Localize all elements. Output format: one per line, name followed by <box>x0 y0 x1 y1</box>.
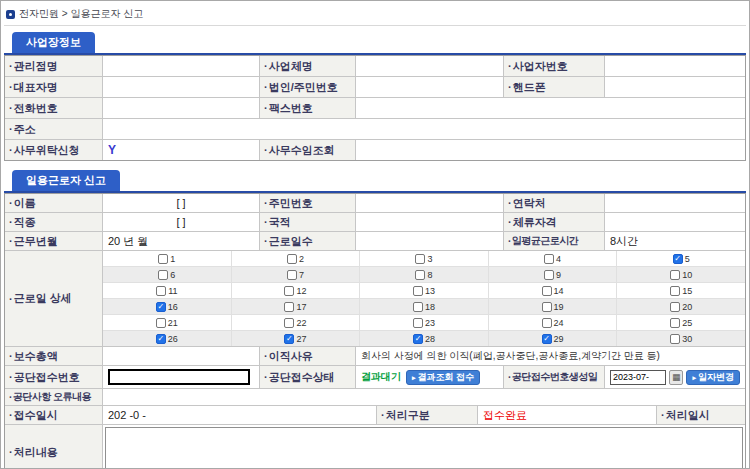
checkbox-unchecked-icon[interactable] <box>413 318 423 328</box>
checkbox-unchecked-icon[interactable] <box>415 270 425 280</box>
checkbox-checked-icon[interactable]: ✓ <box>673 254 683 264</box>
checkbox-unchecked-icon[interactable] <box>158 254 168 264</box>
label-pay-total: 보수총액 <box>5 347 102 365</box>
checkbox-unchecked-icon[interactable] <box>544 254 554 264</box>
value-receipt-number-date: ▦ ▸ 일자변경 <box>605 366 745 388</box>
checkbox-checked-icon[interactable]: ✓ <box>156 334 166 344</box>
checkbox-unchecked-icon[interactable] <box>670 318 680 328</box>
receipt-submit-button[interactable]: ▸ 결과조회 접수 <box>406 370 480 385</box>
value-mobile <box>605 77 745 97</box>
tab-company-info[interactable]: 사업장정보 <box>12 32 95 53</box>
checkbox-unchecked-icon[interactable] <box>670 302 680 312</box>
workday-checkbox-19[interactable]: 19 <box>489 299 617 314</box>
checkbox-unchecked-icon[interactable] <box>542 302 552 312</box>
workday-checkbox-2[interactable]: 2 <box>232 251 360 266</box>
workday-checkbox-15[interactable]: 15 <box>617 283 745 298</box>
value-contact <box>605 194 745 212</box>
checkbox-unchecked-icon[interactable] <box>413 286 423 296</box>
workday-checkbox-13[interactable]: 13 <box>360 283 488 298</box>
date-change-button[interactable]: ▸ 일자변경 <box>686 370 740 385</box>
leave-reason-text: 회사의 사정에 의한 이직(폐업,공사중단,공사종료,계약기간 만료 등) <box>361 349 660 363</box>
workday-checkbox-26[interactable]: ✓26 <box>103 331 231 346</box>
workday-checkbox-9[interactable]: 9 <box>489 267 617 282</box>
workday-checkbox-24[interactable]: 24 <box>489 315 617 330</box>
workday-checkbox-3[interactable]: 3 <box>360 251 488 266</box>
submit-button-label: 결과조회 접수 <box>418 371 475 384</box>
workday-number: 19 <box>554 302 564 312</box>
workday-checkbox-30[interactable]: 30 <box>617 331 745 346</box>
process-content-box[interactable] <box>105 427 743 469</box>
label-receipt-number-date: 공단접수번호생성일 <box>504 366 604 388</box>
workday-checkbox-1[interactable]: 1 <box>103 251 231 266</box>
checkbox-unchecked-icon[interactable] <box>415 254 425 264</box>
checkbox-unchecked-icon[interactable] <box>284 286 294 296</box>
checkbox-unchecked-icon[interactable] <box>544 270 554 280</box>
checkbox-checked-icon[interactable]: ✓ <box>413 334 423 344</box>
workday-checkbox-16[interactable]: ✓16 <box>103 299 231 314</box>
workday-checkbox-21[interactable]: 21 <box>103 315 231 330</box>
checkbox-unchecked-icon[interactable] <box>284 318 294 328</box>
workday-checkbox-7[interactable]: 7 <box>232 267 360 282</box>
calendar-button[interactable]: ▦ <box>669 370 683 385</box>
tab-daily-worker-report[interactable]: 일용근로자 신고 <box>12 170 120 191</box>
workday-checkbox-12[interactable]: 12 <box>232 283 360 298</box>
checkbox-checked-icon[interactable]: ✓ <box>156 302 166 312</box>
checkbox-unchecked-icon[interactable] <box>542 286 552 296</box>
value-telephone <box>103 98 259 118</box>
receipt-number-input[interactable] <box>108 369 250 385</box>
label-mobile: 핸드폰 <box>504 77 604 97</box>
breadcrumb-icon <box>6 10 15 19</box>
workday-checkbox-27[interactable]: ✓27 <box>232 331 360 346</box>
label-ceo-name: 대표자명 <box>5 77 102 97</box>
label-process-type: 처리구분 <box>377 406 477 424</box>
checkbox-unchecked-icon[interactable] <box>670 286 680 296</box>
label-receipt-number: 공단접수번호 <box>5 366 102 388</box>
checkbox-unchecked-icon[interactable] <box>284 302 294 312</box>
checkbox-unchecked-icon[interactable] <box>158 270 168 280</box>
checkbox-unchecked-icon[interactable] <box>670 334 680 344</box>
value-ceo-name <box>103 77 259 97</box>
workday-checkbox-22[interactable]: 22 <box>232 315 360 330</box>
label-leave-reason: 이직사유 <box>260 347 355 365</box>
workday-checkbox-29[interactable]: ✓29 <box>489 331 617 346</box>
workday-checkbox-17[interactable]: 17 <box>232 299 360 314</box>
workday-checkbox-18[interactable]: 18 <box>360 299 488 314</box>
checkbox-checked-icon[interactable]: ✓ <box>542 334 552 344</box>
value-worker-name: [ ] <box>103 194 259 212</box>
workday-number: 5 <box>685 254 690 264</box>
workday-checkbox-10[interactable]: 10 <box>617 267 745 282</box>
checkbox-unchecked-icon[interactable] <box>287 254 297 264</box>
value-address <box>103 119 745 139</box>
checkbox-unchecked-icon[interactable] <box>670 270 680 280</box>
receipt-status-text: 결과대기 <box>361 370 401 384</box>
workday-checkbox-25[interactable]: 25 <box>617 315 745 330</box>
workday-number: 22 <box>296 318 306 328</box>
value-office-trust-inquiry <box>356 140 745 160</box>
workday-checkbox-28[interactable]: ✓28 <box>360 331 488 346</box>
workday-checkbox-11[interactable]: 11 <box>103 283 231 298</box>
date-change-label: 일자변경 <box>698 371 734 384</box>
avg-work-hours: 8시간 <box>610 234 638 249</box>
workday-checkbox-20[interactable]: 20 <box>617 299 745 314</box>
workday-checkbox-14[interactable]: 14 <box>489 283 617 298</box>
workday-number: 16 <box>168 302 178 312</box>
receipt-date-input[interactable] <box>610 370 666 385</box>
workday-checkbox-23[interactable]: 23 <box>360 315 488 330</box>
workday-checkbox-5[interactable]: ✓5 <box>617 251 745 266</box>
label-process-content: 처리내용 <box>5 425 102 469</box>
company-info-table: 관리점명 사업체명 사업자번호 대표자명 법인/주민번호 핸드폰 전화번호 팩스… <box>4 55 746 161</box>
checkbox-unchecked-icon[interactable] <box>542 318 552 328</box>
value-receipt-datetime: 202 -0 - <box>103 406 376 424</box>
checkbox-unchecked-icon[interactable] <box>413 302 423 312</box>
workday-checkbox-6[interactable]: 6 <box>103 267 231 282</box>
checkbox-unchecked-icon[interactable] <box>287 270 297 280</box>
workday-checkbox-8[interactable]: 8 <box>360 267 488 282</box>
checkbox-unchecked-icon[interactable] <box>156 286 166 296</box>
workday-number: 1 <box>170 254 175 264</box>
label-nationality: 국적 <box>260 213 355 231</box>
checkbox-unchecked-icon[interactable] <box>156 318 166 328</box>
workday-number: 12 <box>296 286 306 296</box>
occupation-mask: [ ] <box>176 216 185 228</box>
workday-checkbox-4[interactable]: 4 <box>489 251 617 266</box>
checkbox-checked-icon[interactable]: ✓ <box>284 334 294 344</box>
